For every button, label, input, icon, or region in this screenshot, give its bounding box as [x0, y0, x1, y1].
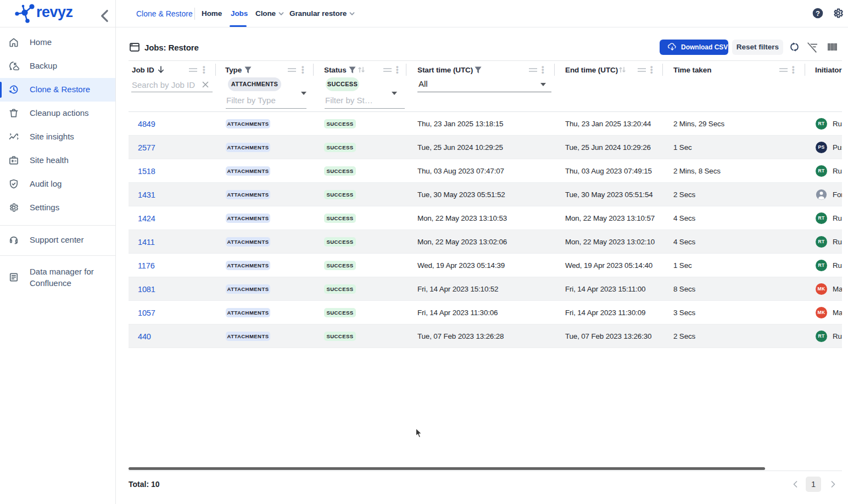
svg-text:?: ?	[816, 9, 820, 18]
